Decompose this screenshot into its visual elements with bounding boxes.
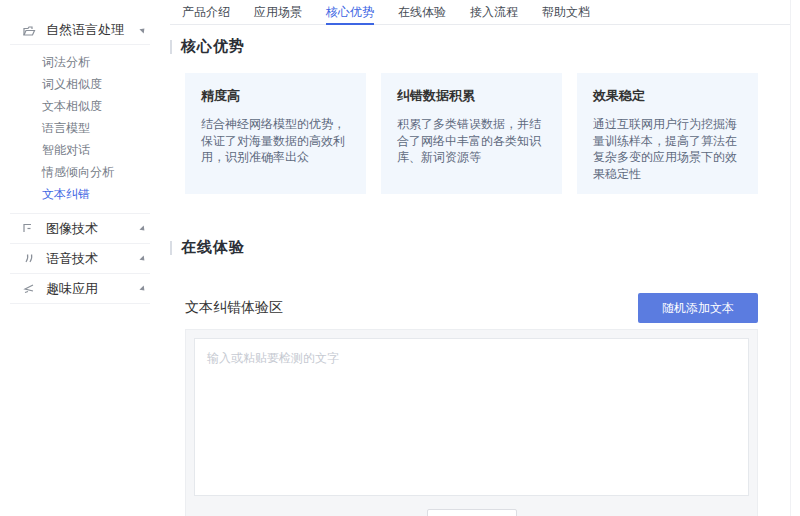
- demo-panel-title: 文本纠错体验区: [185, 299, 283, 317]
- advantage-cards: 精度高 结合神经网络模型的优势，保证了对海量数据的高效利用，识别准确率出众 纠错…: [185, 73, 758, 194]
- sidebar-item-text-similarity[interactable]: 文本相似度: [0, 95, 160, 117]
- random-text-button[interactable]: 随机添加文本: [638, 293, 758, 323]
- tab-product-intro[interactable]: 产品介绍: [170, 0, 242, 24]
- tab-label: 产品介绍: [182, 5, 230, 19]
- tab-help-docs[interactable]: 帮助文档: [530, 0, 602, 24]
- demo-panel-header: 文本纠错体验区 随机添加文本: [185, 293, 758, 323]
- speech-tech-icon: [22, 251, 37, 266]
- chevron-down-icon: [139, 225, 146, 232]
- title-accent-bar: [170, 40, 172, 54]
- sidebar-group-nlp[interactable]: 自然语言处理: [0, 16, 160, 44]
- sidebar-group-image[interactable]: 图像技术: [0, 214, 160, 243]
- chevron-down-icon: [139, 255, 146, 262]
- tab-core-advantages[interactable]: 核心优势: [314, 0, 386, 24]
- sidebar-group-label: 语音技术: [46, 250, 140, 268]
- section-title-advantages: 核心优势: [170, 37, 790, 56]
- sidebar-item-dialogue[interactable]: 智能对话: [0, 139, 160, 161]
- advantage-card-accuracy: 精度高 结合神经网络模型的优势，保证了对海量数据的高效利用，识别准确率出众: [185, 73, 366, 194]
- sidebar-divider: [10, 303, 150, 304]
- sidebar: 自然语言处理 词法分析 词义相似度 文本相似度 语言模型 智能对话 情感倾向分析…: [0, 0, 160, 304]
- card-body: 通过互联网用户行为挖掘海量训练样本，提高了算法在复杂多变的应用场景下的效果稳定性: [593, 116, 742, 182]
- advantage-card-data: 纠错数据积累 积累了多类错误数据，并结合了网络中丰富的各类知识库、新词资源等: [381, 73, 562, 194]
- image-tech-icon: [22, 221, 37, 236]
- sidebar-item-lexical[interactable]: 词法分析: [0, 51, 160, 73]
- sidebar-group-image-row: 图像技术: [0, 214, 160, 244]
- submit-row: 开始检测: [194, 509, 749, 516]
- card-title: 精度高: [201, 87, 350, 105]
- sidebar-item-language-model[interactable]: 语言模型: [0, 117, 160, 139]
- card-title: 纠错数据积累: [397, 87, 546, 105]
- page: 自然语言处理 词法分析 词义相似度 文本相似度 语言模型 智能对话 情感倾向分析…: [0, 0, 800, 516]
- card-title: 效果稳定: [593, 87, 742, 105]
- sidebar-item-text-correction[interactable]: 文本纠错: [0, 183, 160, 205]
- section-title-text: 在线体验: [181, 238, 245, 257]
- scrollbar-track[interactable]: [790, 0, 791, 516]
- start-detection-button[interactable]: 开始检测: [427, 509, 517, 516]
- nlp-icon: [22, 23, 37, 38]
- fun-apps-icon: [22, 281, 37, 296]
- card-body: 结合神经网络模型的优势，保证了对海量数据的高效利用，识别准确率出众: [201, 116, 350, 166]
- sidebar-group-fun[interactable]: 趣味应用: [0, 274, 160, 303]
- advantage-card-stability: 效果稳定 通过互联网用户行为挖掘海量训练样本，提高了算法在复杂多变的应用场景下的…: [577, 73, 758, 194]
- sidebar-group-fun-row: 趣味应用: [0, 274, 160, 304]
- tab-use-cases[interactable]: 应用场景: [242, 0, 314, 24]
- online-demo-section: 文本纠错体验区 随机添加文本 开始检测: [170, 293, 758, 516]
- card-body: 积累了多类错误数据，并结合了网络中丰富的各类知识库、新词资源等: [397, 116, 546, 166]
- advantages-section: 精度高 结合神经网络模型的优势，保证了对海量数据的高效利用，识别准确率出众 纠错…: [170, 73, 758, 194]
- tab-label: 接入流程: [470, 5, 518, 19]
- main-content: 产品介绍 应用场景 核心优势 在线体验 接入流程 帮助文档 核心优势: [170, 0, 790, 516]
- sidebar-item-word-similarity[interactable]: 词义相似度: [0, 73, 160, 95]
- chevron-down-icon: [139, 285, 146, 292]
- chevron-up-icon: [139, 26, 146, 33]
- tab-label: 帮助文档: [542, 5, 590, 19]
- active-tab-underline: [326, 23, 374, 25]
- sidebar-group-label: 自然语言处理: [46, 21, 140, 39]
- text-input-area[interactable]: [194, 338, 749, 496]
- sidebar-group-label: 趣味应用: [46, 280, 140, 298]
- section-title-online: 在线体验: [170, 238, 790, 257]
- sidebar-group-speech[interactable]: 语音技术: [0, 244, 160, 273]
- sidebar-subnav-nlp: 词法分析 词义相似度 文本相似度 语言模型 智能对话 情感倾向分析 文本纠错: [0, 45, 160, 213]
- demo-panel: 开始检测: [185, 329, 758, 516]
- tab-online-demo[interactable]: 在线体验: [386, 0, 458, 24]
- title-accent-bar: [170, 241, 172, 255]
- tab-bar: 产品介绍 应用场景 核心优势 在线体验 接入流程 帮助文档: [170, 0, 790, 25]
- tab-integration[interactable]: 接入流程: [458, 0, 530, 24]
- page-title: 核心优势: [181, 37, 245, 56]
- sidebar-group-speech-row: 语音技术: [0, 244, 160, 274]
- sidebar-group-label: 图像技术: [46, 220, 140, 238]
- tab-label: 核心优势: [326, 5, 374, 19]
- tab-label: 应用场景: [254, 5, 302, 19]
- tab-label: 在线体验: [398, 5, 446, 19]
- sidebar-item-sentiment[interactable]: 情感倾向分析: [0, 161, 160, 183]
